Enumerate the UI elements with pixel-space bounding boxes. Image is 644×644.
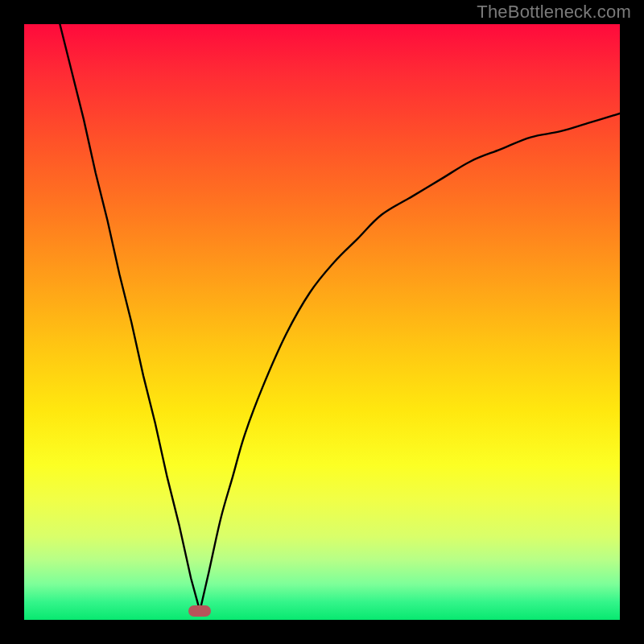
- chart-frame: TheBottleneck.com: [0, 0, 644, 644]
- min-point-marker: [188, 605, 211, 617]
- bottleneck-curve: [60, 24, 620, 611]
- watermark-text: TheBottleneck.com: [477, 2, 631, 23]
- curve-layer: [24, 24, 620, 620]
- plot-area: [24, 24, 620, 620]
